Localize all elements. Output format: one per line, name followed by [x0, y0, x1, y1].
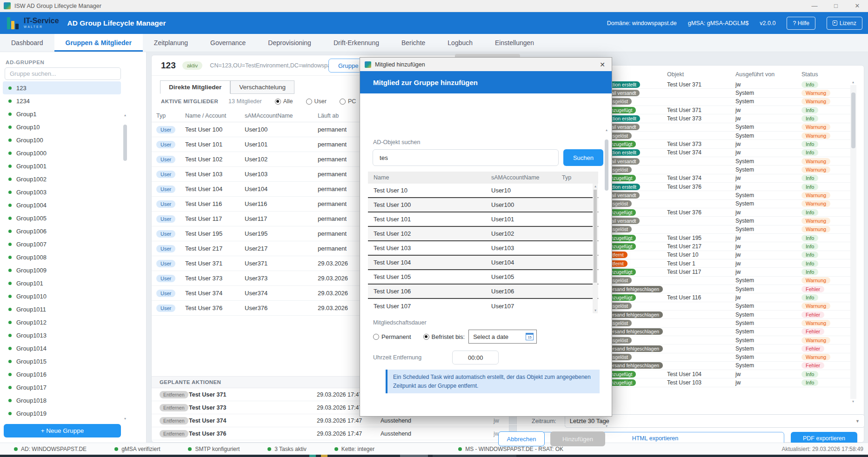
- minimize-button[interactable]: —: [804, 0, 825, 12]
- sidebar-item-group[interactable]: Group1014: [3, 342, 121, 355]
- group-label: 123: [16, 85, 27, 92]
- sidebar-item-group[interactable]: Group1007: [3, 238, 121, 251]
- typ-cell: User: [156, 230, 185, 238]
- group-search-input[interactable]: [5, 67, 121, 80]
- radio-permanent[interactable]: [373, 334, 379, 340]
- sidebar-item-group[interactable]: Group1004: [3, 199, 121, 212]
- group-label: Group1012: [16, 319, 47, 326]
- sidebar-item-group[interactable]: Group1001: [3, 159, 121, 172]
- radio-befristet[interactable]: [423, 334, 429, 340]
- sidebar-item-group[interactable]: Group1003: [3, 185, 121, 199]
- sidebar-item-group[interactable]: Group101: [3, 277, 121, 290]
- search-result-row[interactable]: Test User 100User100: [368, 198, 598, 212]
- help-button[interactable]: ? Hilfe: [787, 17, 815, 30]
- filter-alle[interactable]: Alle: [275, 98, 293, 105]
- ad-object-search-input[interactable]: [373, 149, 559, 166]
- results-scrollbar[interactable]: ▴▾: [593, 184, 598, 313]
- sidebar-item-group[interactable]: Group1017: [3, 381, 121, 394]
- sidebar-item-group[interactable]: Group1006: [3, 225, 121, 238]
- search-result-row[interactable]: Test User 106User106: [368, 285, 598, 299]
- search-result-row[interactable]: Test User 105User105: [368, 270, 598, 285]
- sidebar-item-group[interactable]: Group1005: [3, 212, 121, 225]
- name-cell: Test User 101: [185, 141, 245, 148]
- group-status-dot: [8, 373, 12, 376]
- time-input[interactable]: [452, 351, 499, 364]
- log-by-cell: System: [735, 124, 801, 130]
- sidebar-item-group[interactable]: Group1010: [3, 290, 121, 303]
- log-scrollbar[interactable]: ▴ ▾: [850, 85, 856, 399]
- filter-user[interactable]: User: [306, 98, 327, 105]
- tab-dashboard[interactable]: Dashboard: [0, 34, 54, 52]
- sidebar-item-group[interactable]: Group1002: [3, 172, 121, 185]
- modal-scrollbar[interactable]: ▴▾: [604, 133, 609, 424]
- log-status-cell: Warnung: [801, 158, 856, 165]
- log-action-cell: hinzugefügt: [603, 107, 667, 113]
- log-by-cell: jw: [735, 209, 801, 216]
- maximize-button[interactable]: □: [825, 0, 847, 12]
- status-badge: Warnung: [801, 303, 830, 309]
- sidebar-item-group[interactable]: Group1016: [3, 368, 121, 381]
- desktop-sliver: [0, 455, 868, 457]
- filter-pc[interactable]: PC: [340, 98, 356, 105]
- members-col: sAMAccountName: [245, 113, 318, 119]
- sidebar-item-group[interactable]: Group1012: [3, 316, 121, 329]
- sidebar-item-group[interactable]: Group1: [3, 107, 121, 120]
- tab-drift-erkennung[interactable]: Drift-Erkennung: [322, 34, 390, 52]
- cancel-button[interactable]: Abbrechen: [498, 431, 545, 446]
- tab-governance[interactable]: Governance: [199, 34, 257, 52]
- sidebar-item-group[interactable]: 1234: [3, 94, 121, 107]
- sidebar-item-group[interactable]: Group1009: [3, 264, 121, 277]
- sidebar-item-group[interactable]: Group1011: [3, 303, 121, 316]
- modal-close-icon[interactable]: ✕: [593, 61, 612, 68]
- log-objekt-cell: Test User 117: [667, 269, 735, 275]
- log-by-cell: System: [735, 311, 801, 318]
- tab-verschachtelung[interactable]: Verschachtelung: [230, 80, 294, 94]
- group-label: Group1004: [16, 202, 47, 209]
- group-status-dot: [8, 165, 12, 168]
- sidebar-item-group[interactable]: Group1000: [3, 146, 121, 159]
- log-action-cell: ausgelöst: [603, 303, 667, 309]
- sidebar-item-group[interactable]: Group1018: [3, 394, 121, 407]
- search-result-row[interactable]: Test User 107User107: [368, 299, 598, 313]
- search-result-row[interactable]: Test User 102User102: [368, 227, 598, 241]
- search-result-row[interactable]: Test User 10User10: [368, 184, 598, 198]
- entfernen-badge: Entfernen: [160, 417, 188, 424]
- zeitraum-label: Zeitraum:: [532, 418, 556, 424]
- submit-button[interactable]: Hinzufügen: [550, 431, 605, 446]
- tab-einstellungen[interactable]: Einstellungen: [484, 34, 545, 52]
- suchen-button[interactable]: Suchen: [563, 149, 603, 166]
- tab-gruppen-mitglieder[interactable]: Gruppen & Mitglieder: [54, 34, 143, 52]
- search-result-row[interactable]: Test User 103User103: [368, 241, 598, 256]
- user-type-badge: User: [156, 275, 175, 282]
- sidebar-item-group[interactable]: Group1015: [3, 355, 121, 368]
- tab-berichte[interactable]: Berichte: [390, 34, 436, 52]
- group-label: Group100: [16, 137, 43, 144]
- search-result-row[interactable]: Test User 101User101: [368, 212, 598, 227]
- log-objekt-cell: Test User 1: [667, 260, 735, 267]
- sidebar-scrollbar[interactable]: ▴ ▾: [122, 113, 128, 422]
- radio-pc[interactable]: [340, 99, 346, 105]
- radio-user[interactable]: [306, 99, 312, 105]
- log-action-cell: Mail versandt: [603, 218, 667, 224]
- tab-direkte-mitglieder[interactable]: Direkte Mitglieder: [160, 80, 230, 94]
- radio-alle[interactable]: [275, 99, 281, 105]
- tab-logbuch[interactable]: Logbuch: [436, 34, 484, 52]
- sidebar-item-group[interactable]: Group1008: [3, 251, 121, 264]
- log-status-cell: Info: [801, 175, 856, 181]
- status-badge: Info: [801, 209, 818, 216]
- tab-deprovisioning[interactable]: Deprovisioning: [257, 34, 322, 52]
- status-badge: Info: [801, 379, 818, 386]
- sidebar-item-group[interactable]: 123: [3, 81, 121, 94]
- log-action-cell: Mail versandt: [603, 90, 667, 96]
- sidebar-item-group[interactable]: Group100: [3, 133, 121, 146]
- date-picker[interactable]: Select a date 15: [468, 330, 537, 344]
- tab-zeitplanung[interactable]: Zeitplanung: [143, 34, 199, 52]
- search-result-row[interactable]: Test User 104User104: [368, 256, 598, 270]
- sidebar-item-group[interactable]: Group10: [3, 120, 121, 133]
- license-button[interactable]: Lizenz: [827, 17, 862, 30]
- sidebar-item-group[interactable]: Group1013: [3, 329, 121, 342]
- log-action-cell: hinzugefügt: [603, 269, 667, 275]
- sidebar-item-group[interactable]: Group1019: [3, 407, 121, 420]
- close-button[interactable]: ✕: [847, 0, 868, 12]
- new-group-button[interactable]: + Neue Gruppe: [4, 424, 121, 437]
